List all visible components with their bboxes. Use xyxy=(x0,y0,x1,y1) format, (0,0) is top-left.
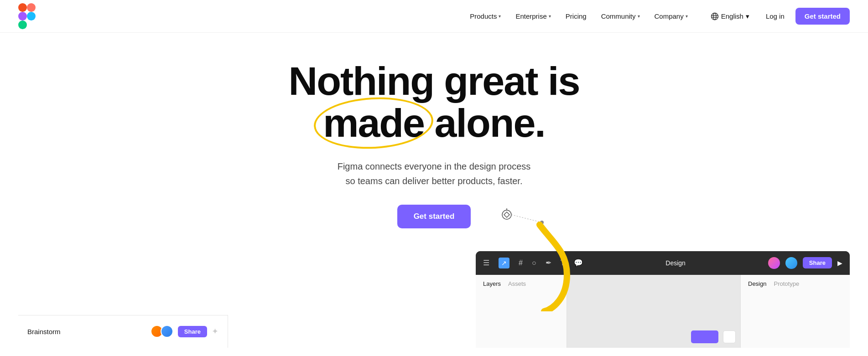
chevron-down-icon: ▾ xyxy=(549,14,551,19)
svg-rect-2 xyxy=(18,12,27,21)
menu-icon[interactable]: ☰ xyxy=(483,258,489,267)
logo[interactable] xyxy=(18,3,36,29)
figma-ui-panel: ☰ ↗ # ○ ✒ T 💬 Design Share ▶ xyxy=(476,251,850,348)
tab-design[interactable]: Design xyxy=(748,280,766,287)
chevron-down-icon: ▾ xyxy=(638,14,640,19)
hero-title: Nothing great is made alone. xyxy=(289,60,580,144)
figma-content: Layers Assets Design Prototype xyxy=(476,275,850,348)
nav-pricing[interactable]: Pricing xyxy=(559,9,593,24)
brainstorm-panel: Brainstorm Share ✦ xyxy=(18,315,228,348)
canvas-inner xyxy=(567,275,740,348)
toolbar-share-button[interactable]: Share xyxy=(803,257,832,268)
right-tabs: Design Prototype xyxy=(748,280,842,287)
svg-point-11 xyxy=(556,245,560,250)
svg-rect-4 xyxy=(27,12,36,21)
get-started-nav-button[interactable]: Get started xyxy=(795,8,850,25)
canvas-element-purple xyxy=(691,330,718,343)
avatar xyxy=(161,325,173,338)
play-button[interactable]: ▶ xyxy=(837,259,842,267)
pen-icon[interactable]: ✒ xyxy=(546,258,551,267)
star-icon[interactable]: ✦ xyxy=(212,326,218,336)
canvas-element-white xyxy=(723,330,736,343)
frame-icon[interactable]: # xyxy=(519,259,523,267)
navbar: Products ▾ Enterprise ▾ Pricing Communit… xyxy=(0,0,868,33)
comment-icon[interactable]: 💬 xyxy=(574,258,583,267)
toolbar-right: Share ▶ xyxy=(768,257,842,269)
login-button[interactable]: Log in xyxy=(759,9,792,24)
svg-rect-0 xyxy=(18,3,27,12)
tab-assets[interactable]: Assets xyxy=(508,280,526,287)
nav-enterprise[interactable]: Enterprise ▾ xyxy=(509,9,557,24)
tab-prototype[interactable]: Prototype xyxy=(774,280,799,287)
chevron-down-icon: ▾ xyxy=(686,14,688,19)
hero-section: Nothing great is made alone. Figma conne… xyxy=(0,33,868,348)
svg-point-6 xyxy=(713,13,716,20)
tab-layers[interactable]: Layers xyxy=(483,280,501,287)
made-highlight: made xyxy=(323,102,424,144)
circle-icon[interactable]: ○ xyxy=(532,259,536,267)
chevron-down-icon: ▾ xyxy=(499,14,501,19)
brainstorm-actions: Share ✦ xyxy=(151,325,218,338)
figma-canvas xyxy=(567,275,740,348)
nav-links: Products ▾ Enterprise ▾ Pricing Communit… xyxy=(463,9,694,24)
hero-bottom-preview: Brainstorm Share ✦ xyxy=(18,251,850,348)
svg-point-10 xyxy=(540,221,544,224)
nav-actions: English ▾ Log in Get started xyxy=(705,8,850,25)
figma-toolbar: ☰ ↗ # ○ ✒ T 💬 Design Share ▶ xyxy=(476,251,850,275)
avatar-group xyxy=(151,325,173,338)
sidebar-tabs: Layers Assets xyxy=(483,280,559,287)
brainstorm-title: Brainstorm xyxy=(27,328,61,335)
text-icon[interactable]: T xyxy=(561,259,565,267)
brainstorm-share-button[interactable]: Share xyxy=(178,326,207,337)
select-icon[interactable]: ↗ xyxy=(499,258,509,268)
language-selector[interactable]: English ▾ xyxy=(705,9,755,24)
svg-rect-1 xyxy=(27,3,36,12)
nav-company[interactable]: Company ▾ xyxy=(648,9,694,24)
chevron-down-icon: ▾ xyxy=(746,12,749,21)
get-started-hero-button[interactable]: Get started xyxy=(397,205,471,228)
figma-sidebar: Layers Assets xyxy=(476,275,567,348)
svg-point-5 xyxy=(711,13,718,20)
nav-products[interactable]: Products ▾ xyxy=(463,9,507,24)
svg-rect-3 xyxy=(18,21,27,29)
design-label: Design xyxy=(665,259,686,267)
hero-subtitle: Figma connects everyone in the design pr… xyxy=(338,159,531,188)
collaborator-avatar-2 xyxy=(785,257,797,269)
nav-community[interactable]: Community ▾ xyxy=(595,9,646,24)
globe-icon xyxy=(711,12,719,21)
figma-right-panel: Design Prototype xyxy=(740,275,850,348)
toolbar-left: ☰ ↗ # ○ ✒ T 💬 xyxy=(483,258,583,268)
svg-point-9 xyxy=(502,210,511,219)
collaborator-avatar-1 xyxy=(768,257,780,269)
